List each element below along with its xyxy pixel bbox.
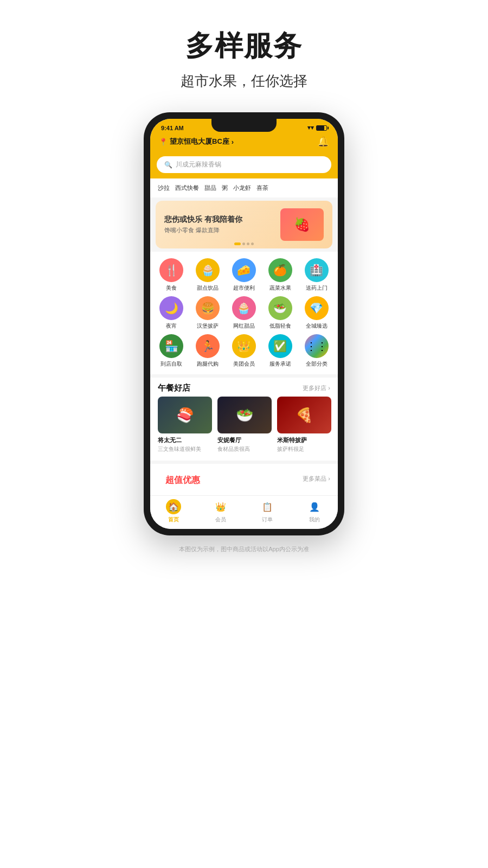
disclaimer-text: 本图仅为示例，图中商品或活动以App内公示为准: [179, 545, 309, 553]
service-item-1[interactable]: 🧁 甜点饮品: [191, 258, 225, 292]
search-bar[interactable]: 🔍 川成元麻辣香锅: [157, 156, 331, 173]
service-icon-12: 👑: [232, 334, 256, 358]
category-tag-3[interactable]: 粥: [222, 183, 228, 193]
lunch-section-header: 午餐好店 更多好店 ›: [150, 378, 338, 397]
deal-placeholder: [150, 490, 338, 495]
service-icon-4: 🏥: [305, 258, 329, 282]
deal-section: 超值优惠 更多菜品 ›: [150, 464, 338, 495]
nav-icon-1: 👑: [213, 499, 228, 514]
status-time: 9:41 AM: [161, 125, 184, 131]
banner-dot-1: [242, 242, 245, 245]
restaurant-img-2: 🍕: [277, 397, 331, 433]
service-item-14[interactable]: ⋮⋮ 全部分类: [299, 334, 333, 368]
service-icon-0: 🍴: [159, 258, 183, 282]
banner-title: 悲伤或快乐 有我陪着你: [164, 215, 242, 225]
phone-frame: 9:41 AM ▾▾ 📍 望京恒电大厦BC座 › 🔔 🔍: [144, 112, 344, 535]
phone-notch: [211, 119, 277, 132]
service-item-11[interactable]: 🏃 跑腿代购: [191, 334, 225, 368]
banner-dots: [234, 242, 254, 245]
nav-label-0: 首页: [168, 516, 179, 524]
location-area[interactable]: 📍 望京恒电大厦BC座 ›: [159, 137, 234, 146]
service-item-8[interactable]: 🥗 低脂轻食: [263, 296, 297, 330]
banner-dot-0: [234, 242, 241, 245]
service-item-7[interactable]: 🧁 网红甜品: [227, 296, 261, 330]
banner-dot-2: [247, 242, 249, 245]
service-item-9[interactable]: 💎 全城臻选: [299, 296, 333, 330]
nav-item-会员[interactable]: 👑 会员: [197, 499, 245, 524]
location-text: 望京恒电大厦BC座: [170, 137, 229, 146]
page-title: 多样服务: [185, 27, 303, 65]
service-icon-7: 🧁: [232, 296, 256, 320]
nav-label-3: 我的: [309, 516, 320, 524]
restaurant-card-2[interactable]: 🍕 米斯特披萨 披萨料很足: [277, 397, 331, 453]
battery-icon: [316, 125, 327, 131]
service-label-5: 夜宵: [166, 322, 177, 330]
nav-icon-3: 👤: [307, 499, 322, 514]
service-icon-8: 🥗: [268, 296, 292, 320]
restaurant-name-2: 米斯特披萨: [277, 436, 331, 444]
category-tag-2[interactable]: 甜品: [204, 183, 216, 193]
restaurant-card-1[interactable]: 🥗 安妮餐厅 食材品质很高: [217, 397, 272, 453]
search-area: 🔍 川成元麻辣香锅: [150, 153, 338, 178]
service-item-3[interactable]: 🍊 蔬菜水果: [263, 258, 297, 292]
service-item-4[interactable]: 🏥 送药上门: [299, 258, 333, 292]
banner-subtitle: 馋嘴小零食 爆款直降: [164, 226, 242, 234]
service-icon-13: ✅: [268, 334, 292, 358]
deal-section-title: 超值优惠: [158, 469, 208, 488]
service-label-8: 低脂轻食: [269, 322, 291, 330]
service-item-6[interactable]: 🍔 汉堡披萨: [191, 296, 225, 330]
service-item-0[interactable]: 🍴 美食: [155, 258, 189, 292]
service-icon-5: 🌙: [159, 296, 183, 320]
service-label-7: 网红甜品: [233, 322, 255, 330]
service-item-13[interactable]: ✅ 服务承诺: [263, 334, 297, 368]
service-label-1: 甜点饮品: [197, 284, 219, 292]
category-tags: 沙拉 西式快餐 甜品 粥 小龙虾 喜茶: [150, 178, 338, 197]
nav-label-2: 订单: [262, 516, 273, 524]
banner-dot-3: [251, 242, 254, 245]
service-icon-2: 🧀: [232, 258, 256, 282]
category-tag-4[interactable]: 小龙虾: [233, 183, 251, 193]
category-tag-0[interactable]: 沙拉: [158, 183, 170, 193]
screen-content: 🔍 川成元麻辣香锅 沙拉 西式快餐 甜品 粥 小龙虾 喜茶 悲伤或快乐 有我陪着…: [150, 153, 338, 495]
services-section: 🍴 美食 🧁 甜点饮品 🧀 超市便利 🍊 蔬菜水果 🏥 送药上门 🌙 夜宵 🍔 …: [150, 252, 338, 374]
service-icon-6: 🍔: [196, 296, 220, 320]
service-icon-11: 🏃: [196, 334, 220, 358]
search-icon: 🔍: [164, 161, 172, 169]
phone-screen: 9:41 AM ▾▾ 📍 望京恒电大厦BC座 › 🔔 🔍: [150, 119, 338, 529]
service-label-10: 到店自取: [160, 360, 182, 368]
nav-item-订单[interactable]: 📋 订单: [244, 499, 291, 524]
service-label-4: 送药上门: [306, 284, 328, 292]
page-subtitle: 超市水果，任你选择: [181, 72, 307, 91]
restaurant-desc-1: 食材品质很高: [217, 445, 272, 453]
category-tag-1[interactable]: 西式快餐: [175, 183, 199, 193]
service-icon-3: 🍊: [268, 258, 292, 282]
deal-more-link[interactable]: 更多菜品 ›: [303, 475, 330, 483]
category-tag-5[interactable]: 喜茶: [256, 183, 268, 193]
service-label-12: 美团会员: [233, 360, 255, 368]
service-icon-10: 🏪: [159, 334, 183, 358]
service-item-10[interactable]: 🏪 到店自取: [155, 334, 189, 368]
restaurant-name-1: 安妮餐厅: [217, 436, 272, 444]
lunch-section-title: 午餐好店: [158, 383, 190, 393]
service-label-3: 蔬菜水果: [269, 284, 291, 292]
service-item-12[interactable]: 👑 美团会员: [227, 334, 261, 368]
restaurant-desc-0: 三文鱼味道很鲜美: [158, 445, 212, 453]
nav-item-首页[interactable]: 🏠 首页: [150, 499, 197, 524]
restaurant-card-0[interactable]: 🍣 将太无二 三文鱼味道很鲜美: [158, 397, 212, 453]
service-item-5[interactable]: 🌙 夜宵: [155, 296, 189, 330]
restaurant-name-0: 将太无二: [158, 436, 212, 444]
banner-image: 🍓: [280, 208, 324, 241]
promo-banner[interactable]: 悲伤或快乐 有我陪着你 馋嘴小零食 爆款直降 🍓: [156, 201, 332, 248]
search-placeholder: 川成元麻辣香锅: [176, 160, 221, 169]
service-item-2[interactable]: 🧀 超市便利: [227, 258, 261, 292]
service-label-2: 超市便利: [233, 284, 255, 292]
services-grid: 🍴 美食 🧁 甜点饮品 🧀 超市便利 🍊 蔬菜水果 🏥 送药上门 🌙 夜宵 🍔 …: [155, 258, 333, 368]
wifi-icon: ▾▾: [307, 124, 314, 131]
bell-icon[interactable]: 🔔: [317, 136, 329, 148]
nav-item-我的[interactable]: 👤 我的: [291, 499, 338, 524]
lunch-more-link[interactable]: 更多好店 ›: [303, 384, 330, 392]
service-label-13: 服务承诺: [269, 360, 291, 368]
service-icon-14: ⋮⋮: [305, 334, 329, 358]
location-pin-icon: 📍: [159, 138, 168, 146]
restaurants-row: 🍣 将太无二 三文鱼味道很鲜美 🥗 安妮餐厅 食材品质很高 🍕 米斯特披萨 披萨…: [150, 397, 338, 461]
